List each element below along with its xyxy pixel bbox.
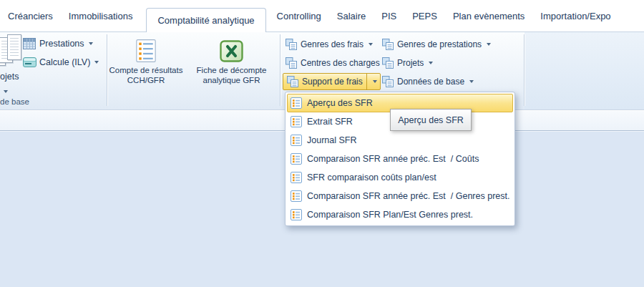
genres-de-prestations-label: Genres de prestations (397, 39, 482, 49)
report-list-icon (291, 172, 302, 183)
tab-importation-expo[interactable]: Importation/Expo (532, 5, 618, 26)
compte-de-resultats-button[interactable]: Compte de résultats CCH/GFR (108, 34, 184, 108)
ribbon-empty-panel (525, 32, 644, 110)
dropdown-arrow-icon (369, 43, 373, 46)
report-list-icon (291, 135, 302, 146)
donnees-de-base-label: Données de base (397, 77, 464, 87)
report-list-icon (291, 153, 302, 165)
genres-des-frais-label: Genres des frais (301, 39, 364, 49)
genres-de-prestations-button[interactable]: Genres de prestations (379, 37, 494, 52)
support-de-frais-label: Support de frais (302, 77, 363, 87)
tab-peps[interactable]: PEPS (404, 5, 445, 26)
menu-item-journal-sfr[interactable]: Journal SFR (287, 131, 513, 150)
copy-pages-icon (286, 57, 297, 69)
report-list-icon (291, 209, 302, 220)
donnees-de-base-button[interactable]: Données de base (379, 74, 477, 89)
dropdown-arrow-icon (487, 43, 491, 46)
menu-item-label: Extrait SFR (307, 117, 353, 127)
calcule-ilv-button[interactable]: Calcule (ILV) (23, 54, 99, 70)
card-icon (23, 57, 36, 67)
prestations-button[interactable]: Prestations (23, 36, 93, 52)
dropdown-arrow-icon (373, 80, 377, 83)
tab-plan-evenements[interactable]: Plan evènements (445, 5, 532, 26)
report-list-icon (291, 190, 302, 202)
dropdown-arrow-icon (429, 62, 433, 64)
menu-item-label: Comparaison SFR année préc. Est / Coûts (307, 154, 479, 164)
dropdown-arrow-icon (89, 42, 93, 45)
projets-label: Projets (397, 58, 424, 68)
dropdown-arrow-icon (469, 80, 474, 83)
copy-pages-icon (286, 39, 297, 50)
genres-des-frais-button[interactable]: Genres des frais (283, 37, 376, 52)
group-separator (280, 34, 281, 106)
compte-label-line2: CCH/GFR (127, 75, 165, 85)
menu-item-label: Comparaison SFR année préc. Est / Genres… (307, 191, 509, 201)
tab-salaire[interactable]: Salaire (329, 5, 374, 26)
report-list-icon (291, 116, 302, 127)
tab-controlling[interactable]: Controlling (269, 5, 329, 26)
copy-pages-icon (287, 76, 298, 87)
excel-icon (220, 37, 243, 65)
fiche-de-decompte-button[interactable]: Fiche de décompte analytique GFR (184, 34, 279, 108)
fiche-label-line2: analytique GFR (203, 75, 260, 85)
menu-item-comparaison-sfr-plan-est-genres-prest[interactable]: Comparaison SFR Plan/Est Genres prest. (287, 205, 513, 224)
group-label-fragment: de base (0, 97, 29, 106)
copy-pages-icon (382, 76, 394, 87)
menu-item-comparaison-sfr-est-couts[interactable]: Comparaison SFR année préc. Est / Coûts (287, 150, 513, 168)
menu-item-label: SFR comparaison coûts plan/est (307, 172, 436, 183)
report-list-icon (136, 37, 156, 65)
copy-pages-icon (382, 57, 394, 69)
menu-item-comparaison-sfr-est-genres-prest[interactable]: Comparaison SFR année préc. Est / Genres… (287, 187, 513, 205)
group-separator (524, 34, 525, 106)
calcule-ilv-label: Calcule (ILV) (39, 57, 90, 67)
projets-label-fragment[interactable]: ojets (0, 72, 19, 82)
prestations-label: Prestations (39, 39, 84, 49)
table-icon (23, 37, 36, 50)
support-de-frais-arrow-segment[interactable] (371, 80, 380, 83)
page-sheet (7, 34, 21, 60)
centres-des-charges-button[interactable]: Centres des charges (283, 55, 392, 71)
menu-item-sfr-comparaison-plan-est[interactable]: SFR comparaison coûts plan/est (287, 168, 513, 187)
report-list-icon (291, 97, 302, 109)
centres-des-charges-label: Centres des charges (301, 58, 380, 68)
tab-immobilisations[interactable]: Immobilisations (61, 5, 141, 26)
application-window: Créanciers Immobilisations Comptabilité … (0, 0, 644, 287)
compte-label-line1: Compte de résultats (109, 65, 183, 75)
menu-item-label: Journal SFR (307, 135, 356, 145)
tab-creanciers[interactable]: Créanciers (0, 5, 61, 26)
support-de-frais-main-segment[interactable]: Support de frais (283, 74, 367, 89)
fiche-label-line1: Fiche de décompte (197, 65, 267, 75)
tooltip-text: Aperçu des SFR (398, 115, 464, 125)
copy-pages-icon (382, 39, 394, 50)
tab-pis[interactable]: PIS (374, 5, 404, 26)
support-de-frais-button[interactable]: Support de frais (283, 73, 381, 90)
tooltip: Aperçu des SFR (390, 109, 472, 131)
dropdown-arrow-icon[interactable] (4, 90, 8, 93)
menu-item-label: Comparaison SFR Plan/Est Genres prest. (307, 210, 473, 220)
page-stack-icon[interactable] (0, 34, 23, 70)
ribbon-tab-bar: Créanciers Immobilisations Comptabilité … (0, 0, 644, 31)
projets-button[interactable]: Projets (379, 55, 436, 71)
dropdown-arrow-icon (94, 61, 99, 64)
menu-item-label: Aperçu des SFR (307, 98, 373, 108)
tab-comptabilite-analytique[interactable]: Comptabilité analytique (146, 8, 265, 32)
